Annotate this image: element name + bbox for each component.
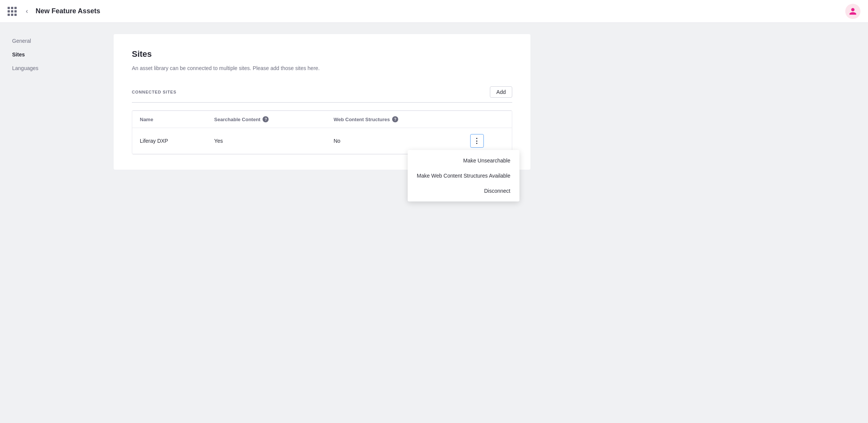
- connected-sites-header: CONNECTED SITES Add: [132, 86, 512, 103]
- sidebar-item-general[interactable]: General: [0, 34, 99, 48]
- col-actions: [463, 111, 512, 128]
- page-title: New Feature Assets: [36, 7, 100, 15]
- dropdown-item-make-web-content-structures[interactable]: Make Web Content Structures Available: [408, 168, 519, 183]
- topnav: ‹ New Feature Assets: [0, 0, 868, 23]
- web-content-structures-help-icon[interactable]: ?: [392, 116, 398, 122]
- dropdown-item-make-unsearchable[interactable]: Make Unsearchable: [408, 153, 519, 168]
- cell-searchable-content: Yes: [206, 128, 326, 154]
- cell-name: Liferay DXP: [132, 128, 206, 154]
- sidebar-item-languages[interactable]: Languages: [0, 61, 99, 75]
- searchable-content-help-icon[interactable]: ?: [263, 116, 269, 122]
- grid-menu-icon[interactable]: [8, 7, 17, 16]
- avatar[interactable]: [845, 4, 860, 19]
- card-title: Sites: [132, 49, 512, 59]
- main-content: Sites An asset library can be connected …: [99, 23, 868, 423]
- sidebar-item-sites[interactable]: Sites: [0, 48, 99, 61]
- sites-table: Name Searchable Content ? Web Conte: [132, 111, 512, 154]
- cell-actions: ⋮ Make Unsearchable Make Web Content Str…: [463, 128, 512, 154]
- card-description: An asset library can be connected to mul…: [132, 65, 512, 71]
- back-button[interactable]: ‹: [23, 6, 31, 17]
- dropdown-item-disconnect[interactable]: Disconnect: [408, 183, 519, 198]
- col-searchable-content: Searchable Content ?: [206, 111, 326, 128]
- connected-sites-label: CONNECTED SITES: [132, 90, 177, 94]
- sidebar: General Sites Languages: [0, 23, 99, 423]
- add-button[interactable]: Add: [490, 86, 512, 98]
- page-layout: General Sites Languages Sites An asset l…: [0, 23, 868, 423]
- col-name: Name: [132, 111, 206, 128]
- content-card: Sites An asset library can be connected …: [114, 34, 530, 170]
- dropdown-menu: Make Unsearchable Make Web Content Struc…: [408, 150, 519, 201]
- row-actions-button[interactable]: ⋮: [470, 134, 484, 148]
- sites-table-wrapper: Name Searchable Content ? Web Conte: [132, 110, 512, 155]
- col-web-content-structures: Web Content Structures ?: [326, 111, 462, 128]
- table-row: Liferay DXP Yes No ⋮ Make Unsearchable M…: [132, 128, 512, 154]
